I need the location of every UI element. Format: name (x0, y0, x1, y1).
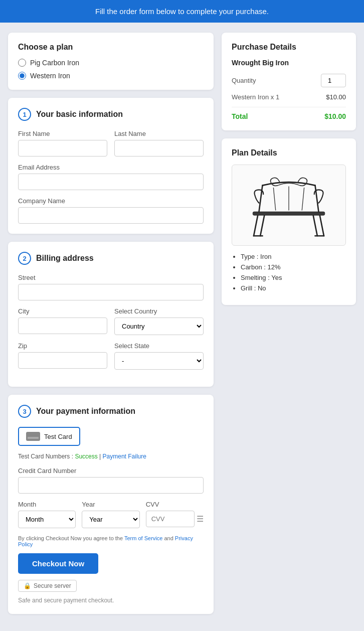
line-item-price: $10.00 (326, 93, 346, 101)
plan-radio-pig[interactable] (18, 59, 26, 67)
billing-title: Billing address (36, 254, 94, 263)
spec-1: Carbon : 12% (241, 263, 346, 271)
zip-state-row: Zip Select State - (18, 342, 204, 370)
lock-icon: 🔒 (24, 582, 31, 589)
state-group: Select State - (114, 342, 204, 370)
company-group: Company Name (18, 197, 204, 224)
month-select[interactable]: Month 01 02 03 04 05 06 07 08 09 10 11 1… (18, 511, 76, 528)
plan-radio-western[interactable] (18, 72, 26, 80)
cc-number-input[interactable] (18, 477, 204, 494)
month-label: Month (18, 501, 76, 508)
plan-image-box (232, 165, 346, 246)
state-select[interactable]: - (114, 352, 204, 370)
plan-details-card: Plan Details (222, 138, 356, 305)
year-select[interactable]: Year 2024 2025 2026 (82, 511, 139, 528)
billing-card: 2 Billing address Street City Select Cou… (8, 242, 214, 387)
spec-2: Smelting : Yes (241, 274, 346, 281)
card-icon (26, 432, 40, 441)
basic-info-header: 1 Your basic information (18, 108, 204, 121)
product-name: Wrought Big Iron (232, 59, 346, 67)
email-group: Email Address (18, 164, 204, 190)
first-name-group: First Name (18, 130, 107, 156)
plan-label-western: Western Iron (30, 72, 70, 80)
quantity-label: Quantity (232, 77, 256, 84)
plan-card: Choose a plan Pig Carbon Iron Western Ir… (8, 33, 214, 90)
first-name-input[interactable] (18, 140, 107, 156)
plan-label-pig: Pig Carbon Iron (30, 59, 79, 67)
step-3-number: 3 (18, 405, 31, 418)
cvv-group: CVV ☰ (146, 501, 204, 528)
line-item-row: Western Iron x 1 $10.00 (232, 93, 346, 101)
spec-3: Grill : No (241, 284, 346, 292)
quantity-input[interactable] (321, 74, 346, 87)
total-label: Total (232, 112, 248, 120)
svg-line-13 (302, 188, 304, 211)
svg-line-11 (273, 188, 275, 211)
plan-details-title: Plan Details (232, 148, 346, 157)
secure-badge: 🔒 Secure server (18, 580, 77, 592)
plan-option-pig[interactable]: Pig Carbon Iron (18, 59, 204, 67)
city-country-row: City Select Country Country (18, 307, 204, 335)
plan-title: Choose a plan (18, 43, 204, 52)
last-name-input[interactable] (114, 140, 204, 156)
left-column: Choose a plan Pig Carbon Iron Western Ir… (8, 33, 214, 614)
zip-label: Zip (18, 342, 107, 350)
test-card-info: Test Card Numbers : Success | Payment Fa… (18, 453, 204, 460)
secure-label: Secure server (34, 582, 71, 589)
year-label: Year (82, 501, 139, 508)
street-label: Street (18, 274, 204, 281)
card-method-button[interactable]: Test Card (18, 427, 80, 446)
spec-0: Type : Iron (241, 253, 346, 260)
payment-title: Your payment information (36, 407, 135, 416)
success-link[interactable]: Success (75, 453, 97, 460)
country-select[interactable]: Country (114, 318, 204, 335)
total-price: $10.00 (324, 112, 346, 120)
street-input[interactable] (18, 284, 204, 300)
select-country-label: Select Country (114, 307, 204, 315)
total-row: Total $10.00 (232, 107, 346, 120)
last-name-label: Last Name (114, 130, 204, 137)
plan-options: Pig Carbon Iron Western Iron (18, 59, 204, 80)
last-name-group: Last Name (114, 130, 204, 156)
safe-text: Safe and secure payment checkout. (18, 597, 204, 604)
cvv-label: CVV (146, 501, 204, 508)
cvv-input[interactable] (146, 511, 195, 527)
right-column: Purchase Details Wrought Big Iron Quanti… (222, 33, 356, 305)
card-button-label: Test Card (44, 433, 72, 440)
test-numbers-text: Test Card Numbers : (18, 453, 75, 460)
city-label: City (18, 307, 107, 315)
payment-header: 3 Your payment information (18, 405, 204, 418)
select-state-label: Select State (114, 342, 204, 350)
month-year-cvv-row: Month Month 01 02 03 04 05 06 07 08 09 1… (18, 501, 204, 528)
cvv-input-row: ☰ (146, 511, 204, 527)
cc-label: Credit Card Number (18, 467, 204, 475)
cvv-icon: ☰ (197, 514, 204, 524)
zip-input[interactable] (18, 352, 107, 369)
quantity-row: Quantity (232, 74, 346, 87)
billing-header: 2 Billing address (18, 252, 204, 265)
failure-link[interactable]: Payment Failure (103, 453, 146, 460)
svg-line-3 (319, 214, 324, 236)
street-group: Street (18, 274, 204, 300)
month-group: Month Month 01 02 03 04 05 06 07 08 09 1… (18, 501, 76, 528)
svg-line-0 (254, 214, 258, 236)
cc-number-group: Credit Card Number (18, 467, 204, 494)
purchase-details-title: Purchase Details (232, 43, 346, 52)
first-name-label: First Name (18, 130, 107, 137)
city-input[interactable] (18, 318, 107, 334)
name-row: First Name Last Name (18, 130, 204, 156)
checkout-button[interactable]: Checkout Now (18, 553, 98, 574)
zip-group: Zip (18, 342, 107, 370)
basic-info-card: 1 Your basic information First Name Last… (8, 98, 214, 234)
plan-option-western[interactable]: Western Iron (18, 72, 204, 80)
svg-line-2 (313, 214, 317, 236)
separator: | (98, 453, 103, 460)
line-item-label: Western Iron x 1 (232, 93, 279, 101)
company-input[interactable] (18, 207, 204, 224)
email-input[interactable] (18, 174, 204, 190)
plan-specs-list: Type : Iron Carbon : 12% Smelting : Yes … (232, 253, 346, 292)
top-banner: Fill the order form below to complete yo… (0, 0, 364, 23)
terms-link[interactable]: Term of Service (124, 535, 162, 541)
bench-illustration (239, 170, 339, 240)
terms-text: By clicking Checkout Now you agree to th… (18, 535, 204, 547)
